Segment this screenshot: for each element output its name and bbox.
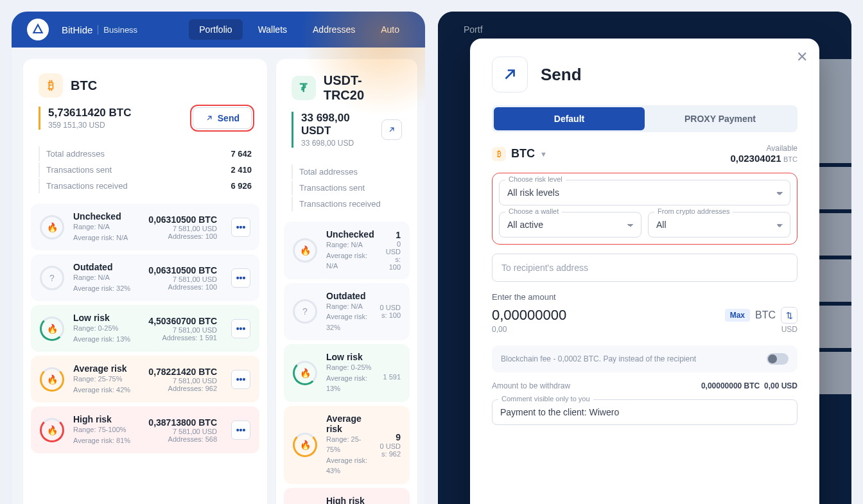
send-button-usdt[interactable]	[381, 119, 402, 140]
more-button[interactable]: •••	[231, 421, 250, 440]
risk-gauge-icon: 🔥	[40, 317, 64, 341]
balance: 5,73611420 BTC	[48, 107, 131, 119]
card-usdt: ₮ USDT-TRC20 33 698,00 USDT 33 698,00 US…	[276, 59, 417, 504]
tab-proxy[interactable]: PROXY Payment	[645, 107, 796, 130]
dashboard-panel: BitHide Business Portfolio Wallets Addre…	[12, 12, 425, 504]
nav: Portfolio Wallets Addresses Auto	[189, 19, 410, 40]
max-button[interactable]: Max	[725, 309, 750, 322]
recipient-input[interactable]	[492, 254, 798, 282]
wallet-label: Choose a wallet	[505, 207, 562, 215]
send-icon	[387, 125, 396, 134]
available: Available 0,02304021 BTC	[730, 144, 798, 164]
comment-label: Comment visible only to you	[498, 395, 593, 403]
swap-icon[interactable]: ⇅	[781, 307, 798, 324]
risk-item: 🔥 Low risk Range: 0-25%Average risk: 13%…	[31, 305, 259, 352]
risk-item: 🔥 High risk Range: 75-100%Average risk: …	[31, 406, 259, 453]
nav-wallets[interactable]: Wallets	[248, 19, 297, 40]
modal-title: Send	[541, 65, 582, 85]
brand-name: BitHide	[62, 24, 92, 35]
coin-name: BTC	[71, 78, 97, 93]
amount-input[interactable]: 0,00000000	[492, 307, 566, 324]
risk-item: 🔥 High risk Range: 75-100%Average risk: …	[284, 488, 410, 505]
withdraw-label: Amount to be withdraw	[492, 381, 570, 390]
more-button[interactable]: •••	[231, 319, 250, 338]
risk-gauge-icon: 🔥	[293, 361, 317, 385]
arrow-icon	[492, 56, 528, 92]
balance-usd: 359 151,30 USD	[48, 121, 131, 130]
send-modal: ✕ Send Default PROXY Payment ₿ BTC ▼ Ava…	[470, 39, 819, 504]
risk-item: 🔥 Average risk Range: 25-75%Average risk…	[31, 356, 259, 403]
risk-gauge-icon: 🔥	[293, 238, 317, 263]
risk-gauge-icon: 🔥	[40, 215, 64, 239]
brand-sub: Business	[98, 25, 137, 35]
topbar: BitHide Business Portfolio Wallets Addre…	[12, 12, 425, 48]
highlighted-filters: Choose risk level All risk levels Choose…	[492, 173, 798, 245]
brand: BitHide Business	[62, 24, 137, 35]
stat-val: 7 642	[231, 149, 252, 159]
risk-select[interactable]: All risk levels	[499, 180, 790, 205]
coin-selector[interactable]: ₿ BTC ▼	[492, 147, 547, 161]
nav-addresses[interactable]: Addresses	[302, 19, 365, 40]
nav-auto[interactable]: Auto	[370, 19, 410, 40]
fee-toggle[interactable]	[767, 353, 789, 365]
stat-label: Total addresses	[46, 149, 105, 159]
close-icon[interactable]: ✕	[796, 49, 808, 65]
cards-row: ₿ BTC 5,73611420 BTC 359 151,30 USD Send…	[12, 48, 425, 504]
risk-item: ? Outdated Range: N/AAverage risk: 32% 0…	[284, 283, 410, 341]
nav-portfolio-r[interactable]: Portf	[453, 19, 493, 40]
risk-gauge-icon: ?	[40, 266, 64, 290]
usdt-icon: ₮	[292, 76, 316, 100]
send-button[interactable]: Send	[193, 107, 252, 129]
risk-gauge-icon: 🔥	[40, 418, 64, 442]
right-panel: Portf TR 53,83 53 US addresses actions s…	[438, 12, 851, 504]
send-icon	[205, 114, 214, 123]
amount-label: Enter the amount	[492, 292, 798, 302]
chevron-down-icon: ▼	[540, 150, 547, 158]
from-select[interactable]: All	[648, 212, 790, 238]
comment-input[interactable]	[492, 399, 798, 425]
tab-default[interactable]: Default	[494, 107, 645, 130]
btc-icon: ₿	[492, 147, 506, 161]
from-label: From crypto addresses	[654, 207, 733, 215]
nav-portfolio[interactable]: Portfolio	[189, 19, 242, 40]
logo-icon	[27, 19, 49, 40]
btc-icon: ₿	[39, 73, 63, 98]
more-button[interactable]: •••	[231, 218, 250, 237]
risk-gauge-icon: 🔥	[293, 433, 317, 457]
card-btc: ₿ BTC 5,73611420 BTC 359 151,30 USD Send…	[23, 59, 267, 504]
risk-item: 🔥 Average risk Range: 25-75%Average risk…	[284, 406, 410, 484]
risk-gauge-icon: 🔥	[40, 367, 64, 392]
fee-box: Blockchain fee - 0,0002 BTC. Pay instead…	[492, 345, 798, 372]
risk-item: 🔥 Low risk Range: 0-25%Average risk: 13%…	[284, 344, 410, 402]
risk-item: 🔥 Unchecked Range: N/AAverage risk: N/A …	[284, 222, 410, 279]
wallet-select[interactable]: All active	[499, 212, 641, 238]
risk-list: 🔥 Unchecked Range: N/AAverage risk: N/A …	[276, 222, 417, 504]
risk-item: 🔥 Unchecked Range: N/AAverage risk: N/A …	[31, 204, 259, 250]
more-button[interactable]: •••	[231, 370, 250, 389]
risk-list: 🔥 Unchecked Range: N/AAverage risk: N/A …	[23, 204, 267, 464]
send-tabs: Default PROXY Payment	[492, 105, 798, 132]
risk-label: Choose risk level	[505, 175, 566, 183]
risk-gauge-icon: ?	[293, 299, 317, 324]
more-button[interactable]: •••	[231, 268, 250, 288]
risk-item: ? Outdated Range: N/AAverage risk: 32% 0…	[31, 254, 259, 301]
